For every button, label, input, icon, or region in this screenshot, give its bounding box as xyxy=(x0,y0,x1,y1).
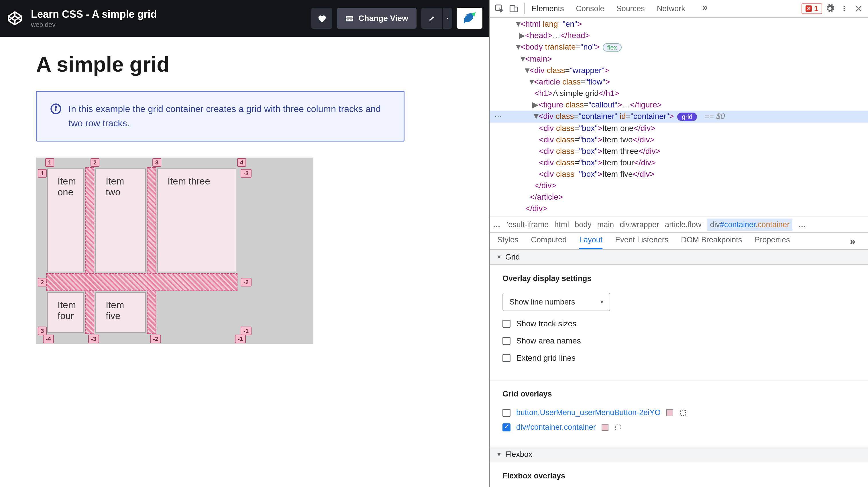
change-view-button[interactable]: Change View xyxy=(337,8,416,29)
crumb-wrapper[interactable]: div.wrapper xyxy=(620,220,659,229)
col-line-1: 1 xyxy=(45,158,54,167)
overlay-color-swatch-2[interactable] xyxy=(601,424,609,431)
layout-panel: ▼ Grid Overlay display settings Show lin… xyxy=(490,250,868,487)
run-button[interactable] xyxy=(457,8,483,29)
tab-console[interactable]: Console xyxy=(576,1,604,16)
subtabs-overflow-icon[interactable]: » xyxy=(845,233,861,249)
subtab-event-listeners[interactable]: Event Listeners xyxy=(615,233,668,249)
selected-dom-node[interactable]: ▼<div class="container" id="container">g… xyxy=(490,111,868,123)
devtools-toolbar: Elements Console Sources Network » ✕ 1 xyxy=(490,0,868,18)
change-view-label: Change View xyxy=(359,14,408,23)
grid-item-2: Item two xyxy=(95,169,146,272)
row-line-3: 3 xyxy=(38,327,47,335)
crumb-html[interactable]: html xyxy=(554,220,569,229)
grid-section-header[interactable]: ▼ Grid xyxy=(490,250,868,265)
grid-badge[interactable]: grid xyxy=(677,113,697,121)
subtab-styles[interactable]: Styles xyxy=(497,233,519,249)
grid-item-3: Item three xyxy=(157,169,236,272)
dom-tree[interactable]: ▼<html lang="en"> ▶<head>…</head> ▼<body… xyxy=(490,18,868,217)
error-badge[interactable]: ✕ 1 xyxy=(802,3,822,14)
crumb-more-right[interactable]: … xyxy=(798,220,806,229)
svg-point-9 xyxy=(844,6,845,7)
flexbox-overlays-title: Flexbox overlays xyxy=(502,471,856,480)
overlay-layout-icon-2[interactable] xyxy=(614,423,622,431)
tab-network[interactable]: Network xyxy=(657,1,685,16)
error-x-icon: ✕ xyxy=(806,5,812,12)
svg-rect-0 xyxy=(346,17,353,18)
settings-gear-icon[interactable] xyxy=(823,2,836,15)
chk-extend-lines[interactable] xyxy=(502,354,510,362)
subtab-layout[interactable]: Layout xyxy=(579,233,602,249)
svg-point-11 xyxy=(844,10,845,11)
codepen-logo-icon[interactable] xyxy=(7,10,23,26)
tab-elements[interactable]: Elements xyxy=(532,1,564,16)
flexbox-section-header[interactable]: ▼ Flexbox xyxy=(490,447,868,462)
page-title: A simple grid xyxy=(36,52,453,77)
line-numbers-select[interactable]: Show line numbers ▼ xyxy=(502,293,610,311)
kebab-menu-icon[interactable] xyxy=(838,2,851,15)
device-toggle-icon[interactable] xyxy=(507,2,520,15)
pin-button[interactable] xyxy=(421,8,442,29)
overlay-usermenu-label[interactable]: button.UserMenu_userMenuButton-2eiYO xyxy=(516,408,660,417)
grid-overlays-title: Grid overlays xyxy=(502,390,856,398)
chk-area-names[interactable] xyxy=(502,337,510,345)
crumb-iframe[interactable]: 'esult-iframe xyxy=(507,220,549,229)
col-line-4: 4 xyxy=(237,158,246,167)
grid-section-title: Grid xyxy=(505,253,520,262)
crumb-body[interactable]: body xyxy=(575,220,592,229)
dom-h1-text: A simple grid xyxy=(553,89,598,98)
chk-extend-lines-label: Extend grid lines xyxy=(516,354,576,363)
crumb-main[interactable]: main xyxy=(597,220,614,229)
tabs-overflow-icon[interactable]: » xyxy=(697,1,713,12)
grid-container-viz: 1 2 3 4 1 2 3 -3 -2 -1 -4 -3 -2 -1 xyxy=(36,158,313,344)
chk-area-names-label: Show area names xyxy=(516,336,581,345)
disclosure-triangle-icon-2: ▼ xyxy=(496,451,502,458)
svg-rect-14 xyxy=(680,410,685,415)
subtab-dom-breakpoints[interactable]: DOM Breakpoints xyxy=(681,233,742,249)
dom-box4: Item four xyxy=(602,158,634,167)
col-line-3: 3 xyxy=(152,158,161,167)
crumb-container[interactable]: div#container.container xyxy=(707,219,793,231)
overlay-chk-usermenu[interactable] xyxy=(502,409,510,417)
chk-track-sizes-label: Show track sizes xyxy=(516,319,577,328)
devtools-pane: Elements Console Sources Network » ✕ 1 xyxy=(489,0,868,487)
chevron-down-icon: ▼ xyxy=(599,299,604,305)
pin-dropdown-button[interactable] xyxy=(443,8,452,29)
crumb-article[interactable]: article.flow xyxy=(665,220,702,229)
svg-point-5 xyxy=(55,106,56,108)
flexbox-section-title: Flexbox xyxy=(505,450,532,459)
col-line-neg2: -2 xyxy=(150,335,161,343)
svg-rect-2 xyxy=(350,19,353,21)
dom-box5: Item five xyxy=(602,170,633,179)
col-line-2: 2 xyxy=(91,158,99,167)
preview-area: A simple grid In this example the grid c… xyxy=(0,37,489,359)
col-line-neg3: -3 xyxy=(88,335,99,343)
grid-item-5: Item five xyxy=(95,292,146,333)
subtab-computed[interactable]: Computed xyxy=(531,233,567,249)
pen-title[interactable]: Learn CSS - A simple grid xyxy=(31,8,311,20)
tab-sources[interactable]: Sources xyxy=(617,1,645,16)
overlay-chk-container[interactable] xyxy=(502,423,510,431)
overlay-settings-title: Overlay display settings xyxy=(502,274,856,283)
pen-author[interactable]: web.dev xyxy=(31,21,311,29)
overlay-layout-icon-1[interactable] xyxy=(679,409,687,417)
error-count: 1 xyxy=(814,5,818,13)
overlay-color-swatch-1[interactable] xyxy=(666,409,673,416)
grid-item-4: Item four xyxy=(47,292,84,333)
dom-box1: Item one xyxy=(602,124,634,133)
codepen-header: Learn CSS - A simple grid web.dev Change… xyxy=(0,0,489,37)
chk-track-sizes[interactable] xyxy=(502,320,510,328)
close-devtools-icon[interactable] xyxy=(852,2,865,15)
breadcrumb[interactable]: … 'esult-iframe html body main div.wrapp… xyxy=(490,217,868,233)
svg-point-10 xyxy=(844,8,845,9)
svg-rect-8 xyxy=(514,7,517,12)
flex-badge[interactable]: flex xyxy=(603,43,622,52)
heart-button[interactable] xyxy=(311,8,332,29)
overlay-container-label[interactable]: div#container.container xyxy=(516,423,596,432)
selection-tail: == $0 xyxy=(702,112,725,121)
select-value: Show line numbers xyxy=(509,298,575,307)
info-icon xyxy=(50,103,62,116)
subtab-properties[interactable]: Properties xyxy=(754,233,790,249)
crumb-more[interactable]: … xyxy=(493,220,501,229)
inspect-element-icon[interactable] xyxy=(493,2,506,15)
